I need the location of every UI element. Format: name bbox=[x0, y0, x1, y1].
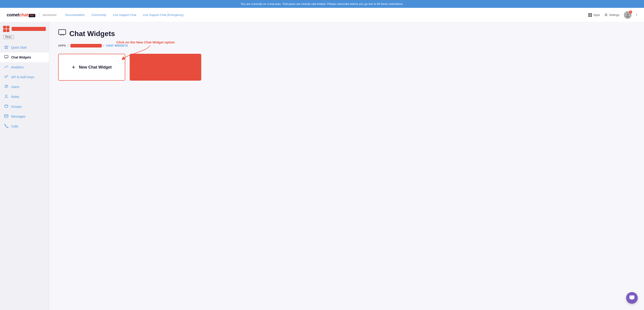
sidebar-item-quick-start[interactable]: Quick Start bbox=[0, 43, 49, 52]
api-auth-keys-icon bbox=[4, 75, 8, 80]
avatar[interactable]: 1 bbox=[624, 11, 632, 19]
breadcrumb-apps: APPS bbox=[58, 44, 66, 47]
nav-right: Apps ⚙ Settings 1 ▾ bbox=[588, 11, 637, 19]
svg-point-8 bbox=[5, 85, 6, 86]
annotation-container: Click on the New Chat Widget option bbox=[116, 40, 175, 58]
calls-icon bbox=[4, 124, 8, 129]
annotation-arrow-area bbox=[116, 44, 175, 58]
trial-banner: You are currently on a trial plan. Trial… bbox=[0, 0, 644, 8]
settings-gear-icon: ⚙ bbox=[604, 13, 608, 17]
float-chat-icon bbox=[629, 295, 635, 301]
sidebar-item-messages[interactable]: Messages bbox=[0, 111, 49, 121]
sidebar-item-groups-label: Groups bbox=[11, 105, 22, 108]
sidebar-item-analytics[interactable]: Analytics bbox=[0, 62, 49, 72]
nav-link-community[interactable]: Community bbox=[92, 13, 106, 17]
sidebar-item-groups[interactable]: Groups bbox=[0, 102, 49, 111]
apps-button[interactable]: Apps bbox=[588, 13, 600, 17]
sidebar-item-roles-label: Roles bbox=[11, 95, 19, 99]
float-chat-button[interactable] bbox=[626, 292, 638, 304]
chat-widgets-icon bbox=[4, 55, 8, 60]
sidebar-item-calls-label: Calls bbox=[11, 124, 18, 128]
app-grid-icon bbox=[3, 26, 10, 32]
users-icon bbox=[4, 84, 8, 89]
breadcrumb-app-name bbox=[70, 44, 102, 48]
plus-icon: + bbox=[72, 64, 75, 71]
logo-area: cometchatPRO | dashboard bbox=[7, 12, 56, 18]
avatar-dropdown-icon[interactable]: ▾ bbox=[636, 14, 637, 16]
nav-links: Documentation Community Live Support Cha… bbox=[65, 13, 588, 17]
apps-label: Apps bbox=[593, 13, 600, 17]
svg-point-1 bbox=[626, 16, 629, 18]
annotation-arrow-icon bbox=[116, 44, 161, 60]
svg-rect-14 bbox=[630, 295, 634, 299]
groups-icon bbox=[4, 104, 8, 109]
main-content: Chat Widgets APPS / / CHAT WIDGETS Click… bbox=[49, 22, 644, 310]
svg-rect-12 bbox=[4, 115, 8, 117]
svg-point-0 bbox=[627, 14, 628, 15]
sidebar-item-analytics-label: Analytics bbox=[11, 65, 24, 69]
sidebar-item-quick-start-label: Quick Start bbox=[11, 46, 26, 49]
svg-marker-2 bbox=[4, 45, 8, 49]
svg-point-9 bbox=[7, 85, 8, 86]
nav-link-live-support[interactable]: Live Support Chat bbox=[113, 13, 136, 17]
svg-rect-13 bbox=[58, 30, 66, 35]
new-widget-card[interactable]: + New Chat Widget bbox=[58, 54, 125, 81]
sidebar-item-chat-widgets[interactable]: Chat Widgets bbox=[0, 52, 49, 62]
nav-link-documentation[interactable]: Documentation bbox=[65, 13, 85, 17]
breadcrumb-sep-2: / bbox=[104, 44, 104, 47]
page-header-chat-icon bbox=[58, 29, 66, 39]
top-nav: cometchatPRO | dashboard Documentation C… bbox=[0, 8, 644, 22]
app-name-bar bbox=[12, 27, 46, 31]
svg-point-10 bbox=[6, 95, 7, 97]
sidebar-item-api-keys-label: API & Auth Keys bbox=[11, 75, 34, 79]
sidebar: TRIAL Quick Start Chat Widgets Analytics bbox=[0, 22, 49, 310]
breadcrumb-sep-1: / bbox=[68, 44, 69, 47]
settings-button[interactable]: ⚙ Settings bbox=[604, 13, 620, 17]
new-widget-label: New Chat Widget bbox=[79, 65, 112, 70]
roles-icon bbox=[4, 94, 8, 99]
widgets-section: Click on the New Chat Widget option bbox=[58, 54, 635, 81]
annotation-text: Click on the New Chat Widget option bbox=[116, 40, 175, 44]
quick-start-icon bbox=[4, 45, 8, 50]
nav-link-live-support-emergency[interactable]: Live Support Chat (Emergency) bbox=[143, 13, 184, 17]
trial-banner-text: You are currently on a trial plan. Trial… bbox=[240, 2, 404, 6]
apps-grid-icon bbox=[588, 13, 592, 17]
page-header: Chat Widgets bbox=[58, 29, 635, 39]
sidebar-item-messages-label: Messages bbox=[11, 115, 26, 118]
logo-brand: cometchatPRO bbox=[7, 12, 35, 18]
sidebar-item-calls[interactable]: Calls bbox=[0, 121, 49, 131]
sidebar-item-users[interactable]: Users bbox=[0, 82, 49, 92]
sidebar-app-header bbox=[0, 22, 49, 35]
logo-pro-badge: PRO bbox=[28, 14, 35, 17]
sidebar-item-users-label: Users bbox=[11, 85, 20, 89]
settings-label: Settings bbox=[609, 13, 620, 17]
logo-subtitle: dashboard bbox=[42, 13, 56, 17]
sidebar-nav: Quick Start Chat Widgets Analytics API &… bbox=[0, 43, 49, 136]
page-title: Chat Widgets bbox=[69, 30, 115, 38]
messages-icon bbox=[4, 114, 8, 119]
sidebar-item-api-auth-keys[interactable]: API & Auth Keys bbox=[0, 72, 49, 82]
svg-point-4 bbox=[5, 76, 6, 78]
sidebar-item-chat-widgets-label: Chat Widgets bbox=[11, 56, 31, 59]
svg-rect-3 bbox=[4, 55, 8, 58]
trial-badge: TRIAL bbox=[3, 35, 14, 39]
main-layout: TRIAL Quick Start Chat Widgets Analytics bbox=[0, 22, 644, 310]
avatar-notification-badge: 1 bbox=[629, 11, 632, 14]
analytics-icon bbox=[4, 65, 8, 70]
sidebar-item-roles[interactable]: Roles bbox=[0, 92, 49, 102]
logo-divider: | bbox=[38, 13, 40, 17]
